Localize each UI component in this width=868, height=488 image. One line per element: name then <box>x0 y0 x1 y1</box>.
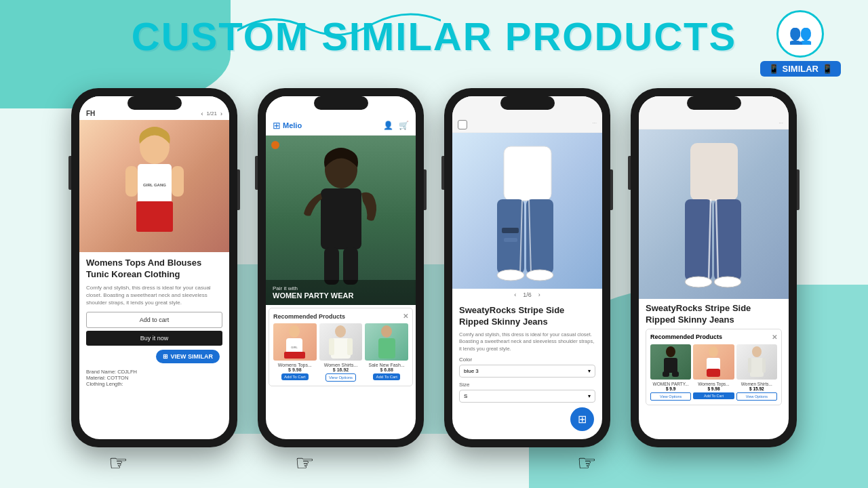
phone-2-rec-label: Recommended Products <box>273 313 345 320</box>
phone-2-notch <box>314 96 368 110</box>
svg-rect-4 <box>125 166 138 197</box>
phone-2-rec-items: GIRL Womens Tops... $ 9.98 Add To Cart <box>273 323 408 382</box>
phone-4-screen: ··· SweatyR <box>639 96 789 439</box>
p4-rec-price-3: $ 15.92 <box>736 386 777 391</box>
logo-icon-small: 📱 <box>768 64 779 74</box>
phone-4-rec-popup: Recommended Products ✕ <box>646 329 782 405</box>
phone-3-color-select[interactable]: blue 3 ▾ <box>459 365 595 378</box>
phone-2-person-svg <box>287 146 395 295</box>
svg-text:GIRL: GIRL <box>292 346 298 349</box>
phone-1-product-title: Womens Tops And Blouses Tunic Korean Clo… <box>86 258 222 281</box>
p4-rec-item-2: Womens Tops... $ 9.98 Add To Cart <box>693 344 734 401</box>
rec-item-2-price: $ 16.92 <box>319 367 363 372</box>
phone-4-rec-label: Recommended Products <box>650 333 722 340</box>
main-title: CUSTOM SIMILAR PRODUCTS <box>132 14 736 59</box>
phone-4-rec-close[interactable]: ✕ <box>772 333 777 341</box>
svg-rect-17 <box>347 338 353 355</box>
phone-4-notch <box>687 96 741 110</box>
nav-right-icon: › <box>538 291 540 298</box>
svg-rect-8 <box>324 247 339 285</box>
phone-2-product-image: Pair it with WOMEN PARTY WEAR <box>266 136 416 305</box>
p4-rec-btn-3[interactable]: View Options <box>736 392 777 401</box>
p4-rec-svg-3 <box>743 346 770 378</box>
phone-3-cursor: ☞ <box>577 450 597 476</box>
phone-3-size-value: S <box>464 393 467 399</box>
svg-point-28 <box>526 270 553 281</box>
phone-1-brand-name: Brand Name: CDJLFH <box>86 369 222 375</box>
phone-2-rec-close[interactable]: ✕ <box>403 312 408 320</box>
chevron-down-icon: ▾ <box>588 368 591 374</box>
rec-item-1-price: $ 9.98 <box>273 367 317 372</box>
phone-3: ··· <box>444 88 610 447</box>
phone-3-product-title: SweatyRocks Stripe Side Ripped Skinny Je… <box>459 305 595 328</box>
phone-3-screen: ··· <box>452 96 602 439</box>
rec-item-2-image <box>319 323 363 361</box>
p4-rec-btn-1[interactable]: View Options <box>650 392 691 401</box>
rec-item-2-svg <box>322 323 359 361</box>
logo-badge: 📱 SIMILAR 📱 <box>760 61 841 77</box>
phone-1-material: Material: COTTON <box>86 375 222 381</box>
svg-rect-45 <box>748 358 751 373</box>
rec-item-3-image <box>365 323 408 361</box>
p4-rec-img-2 <box>693 344 734 380</box>
svg-rect-20 <box>504 146 551 201</box>
svg-rect-44 <box>750 358 764 377</box>
p4-rec-img-3 <box>736 344 777 380</box>
phone-2-icons: 👤 🛒 <box>383 121 409 130</box>
phone-4-person-svg <box>656 140 772 289</box>
user-icon: 👤 <box>383 121 393 130</box>
svg-point-40 <box>709 346 718 357</box>
phone-3-size-select[interactable]: S ▾ <box>459 390 595 403</box>
chevron-down-icon-2: ▾ <box>588 393 591 399</box>
logo-icon-small2: 📱 <box>822 64 833 74</box>
phone-1-image-bg: GIRL GANG <box>79 120 229 252</box>
svg-rect-26 <box>504 238 517 242</box>
action-icon: ⊞ <box>578 413 587 426</box>
rec-item-3-name: Sale New Fash... <box>365 363 408 367</box>
p4-rec-btn-2[interactable]: Add To Cart <box>693 392 734 399</box>
phone-3-action-button[interactable]: ⊞ <box>570 407 594 431</box>
rec-item-1-btn[interactable]: Add To Cart <box>281 373 309 380</box>
svg-point-27 <box>497 270 524 281</box>
svg-text:GIRL GANG: GIRL GANG <box>143 183 166 187</box>
svg-rect-42 <box>707 369 720 377</box>
phone-4-rec-header: Recommended Products ✕ <box>650 333 777 341</box>
pair-text: Pair it with <box>273 285 409 291</box>
phone-1-clothing-length: Clothing Length: <box>86 381 222 387</box>
svg-point-10 <box>289 325 300 338</box>
logo-circle: 👥 <box>776 10 824 58</box>
logo-icon: 👥 <box>789 23 812 45</box>
rec-item-3: Sale New Fash... $ 6.88 Add To Cart <box>365 323 408 382</box>
svg-point-36 <box>666 346 675 357</box>
view-similar-label: VIEW SIMILAR <box>171 353 214 360</box>
p4-rec-item-1: WOMEN PARTY... $ 9.9 View Options <box>650 344 691 401</box>
svg-rect-37 <box>664 358 677 373</box>
phone-2-recommended-popup: Recommended Products ✕ GIRL <box>269 308 413 386</box>
phone-3-product-desc: Comfy and stylish, this dress is ideal f… <box>459 331 595 353</box>
p4-rec-name-1: WOMEN PARTY... <box>650 382 691 386</box>
cart-icon: 🛒 <box>399 121 409 130</box>
phone-4: ··· SweatyR <box>631 88 797 447</box>
svg-rect-41 <box>707 358 720 370</box>
svg-rect-16 <box>329 338 334 355</box>
p4-rec-img-1 <box>650 344 691 380</box>
phone-2-logo-icon: ⊞ <box>273 120 281 131</box>
rec-item-2-btn[interactable]: View Options <box>326 373 356 382</box>
rec-item-2: Women Shirts... $ 16.92 View Options <box>319 323 363 382</box>
phone-2-image-overlay: Pair it with WOMEN PARTY WEAR <box>266 280 416 305</box>
rec-item-3-btn[interactable]: Add To Cart <box>373 373 400 380</box>
phone-2-logo-text: Melio <box>283 121 302 129</box>
svg-rect-30 <box>685 199 712 281</box>
nav-arrow-left-icon: ‹ <box>201 110 203 117</box>
phone-1-product-image: GIRL GANG <box>79 120 229 252</box>
phone-1-add-to-cart[interactable]: Add to cart <box>86 312 222 328</box>
phone-1-actions: ⊞ VIEW SIMILAR <box>86 350 222 363</box>
phone-1-view-similar-button[interactable]: ⊞ VIEW SIMILAR <box>156 350 220 363</box>
phone-1-buy-now[interactable]: Buy it now <box>86 331 222 346</box>
svg-rect-39 <box>672 371 679 377</box>
phone-3-dots: ··· <box>592 120 597 129</box>
svg-rect-13 <box>284 352 305 359</box>
phone-3-size-label: Size <box>459 382 595 388</box>
p4-rec-price-1: $ 9.9 <box>650 386 691 391</box>
p4-rec-name-2: Womens Tops... <box>693 382 734 386</box>
